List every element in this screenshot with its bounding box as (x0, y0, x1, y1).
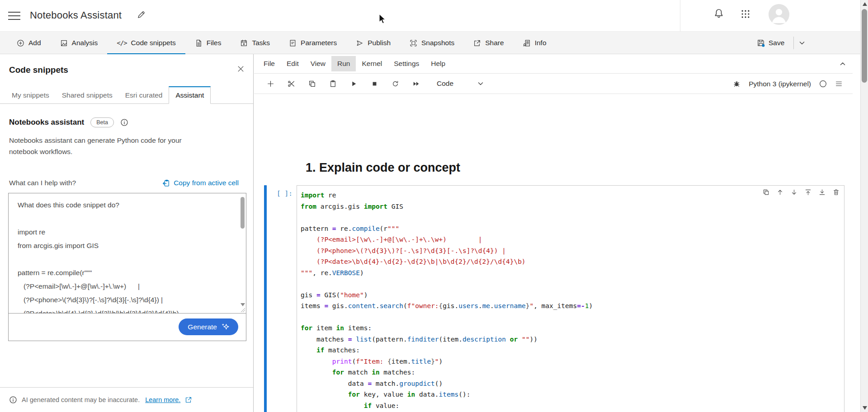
user-avatar[interactable] (769, 4, 789, 25)
panel-tab-my-snippets[interactable]: My snippets (5, 86, 56, 104)
code-line: for match in matches: (301, 367, 593, 378)
ribbon-item-label: Tasks (252, 39, 270, 47)
notebook-menu-icon[interactable] (835, 80, 843, 88)
kernel-status-icon[interactable] (819, 80, 827, 88)
code-line: matches = list(pattern.finditer(item.des… (301, 334, 593, 345)
external-link-icon (185, 396, 192, 403)
assistant-prompt-input[interactable]: What does this code snippet do? import r… (9, 193, 246, 314)
panel-tab-esri-curated[interactable]: Esri curated (119, 86, 169, 104)
edit-title-pencil-icon[interactable] (137, 10, 146, 19)
assistant-info-icon[interactable] (120, 118, 128, 126)
learn-more-link[interactable]: Learn more. (145, 396, 180, 403)
topbar-divider (680, 0, 680, 32)
cell-input-prompt: [ ]: (277, 190, 292, 197)
kernel-controls: Python 3 (ipykernel) (733, 74, 843, 94)
menu-help[interactable]: Help (425, 56, 451, 71)
code-line (301, 312, 593, 323)
textarea-scrollbar[interactable] (240, 194, 245, 306)
ribbon-item-publish[interactable]: Publish (346, 32, 400, 54)
parameters-icon (289, 39, 297, 47)
app-window: Notebooks Assistant AddAnalysis</>Code s… (0, 0, 868, 412)
page-scroll-up-arrow[interactable] (863, 2, 867, 6)
hamburger-menu-icon[interactable] (8, 11, 20, 21)
publish-icon (356, 39, 363, 47)
delete-cell-icon[interactable] (833, 189, 840, 196)
ribbon-item-label: Parameters (301, 39, 337, 47)
ribbon-item-info[interactable]: Info (514, 32, 556, 54)
code-line (301, 278, 593, 290)
ribbon-item-add[interactable]: Add (7, 32, 51, 54)
collapse-toolbar-chevron-icon[interactable] (839, 60, 846, 67)
interrupt-kernel-button[interactable] (371, 80, 378, 88)
ribbon-item-parameters[interactable]: Parameters (279, 32, 346, 54)
ribbon-item-code-snippets[interactable]: </>Code snippets (107, 32, 185, 54)
insert-cell-below-icon[interactable] (819, 189, 826, 196)
textarea-scroll-down-arrow[interactable] (241, 303, 245, 306)
code-line: for item in items: (301, 323, 593, 334)
cell-type-dropdown[interactable]: Code (437, 80, 484, 88)
notebook-menubar: FileEditViewRunKernelSettingsHelp (254, 54, 853, 74)
menu-file[interactable]: File (258, 56, 281, 71)
close-panel-icon[interactable] (237, 65, 245, 73)
menu-kernel[interactable]: Kernel (356, 56, 388, 71)
restart-kernel-button[interactable] (392, 80, 399, 88)
copy-cell-button[interactable] (308, 80, 316, 88)
menu-view[interactable]: View (305, 56, 331, 71)
cut-cell-button[interactable] (288, 80, 295, 88)
kernel-name[interactable]: Python 3 (ipykernel) (749, 80, 811, 88)
analysis-icon (60, 39, 68, 47)
markdown-cell-heading: 1. Explain code or concept (306, 161, 460, 175)
cell-type-value: Code (437, 80, 453, 88)
panel-header: Code snippets (0, 54, 253, 86)
notebook-toolbar: Code Python 3 (ipykernel) (254, 74, 853, 94)
page-scrollbar-thumb[interactable] (862, 9, 867, 83)
insert-cell-button[interactable] (267, 80, 274, 88)
textarea-scrollbar-thumb[interactable] (241, 197, 245, 229)
paste-cell-button[interactable] (329, 80, 337, 88)
panel-tab-shared-snippets[interactable]: Shared snippets (56, 86, 119, 104)
page-scrollbar[interactable] (860, 0, 868, 412)
menu-settings[interactable]: Settings (388, 56, 425, 71)
save-icon (757, 39, 765, 47)
code-line: if matches: (301, 345, 593, 356)
save-button[interactable]: Save (752, 39, 789, 47)
app-launcher-grid-icon[interactable] (741, 9, 750, 19)
code-line: items = gis.content.search(f"owner:{gis.… (301, 300, 593, 312)
run-all-cells-button[interactable] (412, 80, 420, 88)
copy-from-active-cell-link[interactable]: Copy from active cell (162, 179, 239, 187)
code-lines: import refrom arcgis.gis import GIS patt… (301, 190, 593, 412)
textarea-resize-handle[interactable] (241, 308, 245, 312)
run-cell-button[interactable] (350, 80, 358, 88)
copy-link-label: Copy from active cell (174, 179, 239, 187)
save-options-chevron-icon[interactable] (798, 39, 806, 47)
menu-run[interactable]: Run (331, 56, 356, 71)
active-cell-indicator-bar[interactable] (264, 185, 267, 412)
panel-tab-assistant[interactable]: Assistant (169, 86, 211, 104)
ribbon-item-analysis[interactable]: Analysis (51, 32, 108, 54)
disclaimer-info-icon (9, 396, 17, 404)
move-cell-up-icon[interactable] (777, 189, 783, 196)
page-scroll-down-arrow[interactable] (863, 406, 867, 410)
code-line: from arcgis.gis import GIS (301, 201, 593, 212)
debugger-bug-icon[interactable] (733, 80, 741, 88)
code-line: pattern = re.compile(r""" (301, 223, 593, 234)
cell-hover-toolbar (763, 189, 840, 196)
ribbon-item-files[interactable]: Files (185, 32, 231, 54)
insert-cell-above-icon[interactable] (805, 189, 811, 196)
save-label: Save (769, 39, 784, 47)
top-bar: Notebooks Assistant (0, 0, 860, 32)
assistant-description: Notebooks assistant can generate Python … (9, 135, 199, 157)
ribbon-item-share[interactable]: Share (464, 32, 513, 54)
notifications-bell-icon[interactable] (713, 8, 724, 19)
panel-tabs: My snippetsShared snippetsEsri curatedAs… (0, 86, 253, 104)
code-line: (?P<date>\b\d{4}-\d{2}-\d{2}\b|\b\d{2}/\… (301, 256, 593, 267)
code-cell-editor[interactable]: import refrom arcgis.gis import GIS patt… (297, 185, 844, 412)
assistant-header: Notebooks assistant Beta (9, 117, 128, 127)
move-cell-down-icon[interactable] (791, 189, 797, 196)
duplicate-cell-icon[interactable] (763, 189, 769, 196)
ribbon-item-tasks[interactable]: Tasks (231, 32, 279, 54)
menu-edit[interactable]: Edit (281, 56, 305, 71)
ribbon-item-snapshots[interactable]: Snapshots (400, 32, 464, 54)
ribbon-item-label: Files (207, 39, 222, 47)
generate-button[interactable]: Generate (179, 318, 238, 335)
